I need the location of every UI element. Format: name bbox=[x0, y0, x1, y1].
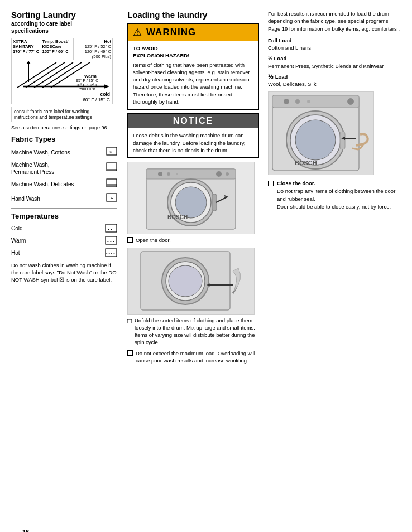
fabric-row-cottons: Machine Wash, Cottons ○ bbox=[11, 147, 117, 158]
warning-title-text: WARNING bbox=[146, 27, 196, 38]
see-also: See also temperatures settings on page 9… bbox=[11, 125, 117, 130]
xxtra-label: XXTRASANITARY170° F / 77° C bbox=[12, 38, 41, 60]
svg-text:95° F / 35° C: 95° F / 35° C bbox=[76, 79, 98, 83]
divider bbox=[11, 208, 117, 209]
svg-point-50 bbox=[347, 98, 354, 105]
svg-text:(500 Plus): (500 Plus) bbox=[79, 87, 95, 90]
max-load-text: Do not exceed the maximum load. Overload… bbox=[136, 350, 259, 365]
warning-content: TO AVOIDEXPLOSION HAZARD! Items of cloth… bbox=[128, 41, 258, 109]
close-door-section: Close the door. Do not trap any items of… bbox=[268, 180, 401, 211]
temp-chart-table: XXTRASANITARY170° F / 77° C Temp. Boost/… bbox=[12, 38, 112, 60]
fabric-row-permanent: Machine Wash,Permanent Press bbox=[11, 161, 117, 176]
notice-box: NOTICE Loose debris in the washing machi… bbox=[127, 113, 259, 158]
svg-rect-20 bbox=[107, 194, 117, 201]
close-door-text: Close the door. Do not trap any items of… bbox=[277, 180, 401, 211]
fabric-cottons-label: Machine Wash, Cottons bbox=[11, 149, 70, 156]
svg-text:• • •: • • • bbox=[107, 239, 114, 244]
svg-text:• •: • • bbox=[108, 226, 112, 231]
svg-line-0 bbox=[17, 62, 56, 88]
do-not-wash-text: Do not wash clothes in washing machine i… bbox=[11, 262, 117, 284]
consult-box: consult fabric care label for washing in… bbox=[11, 107, 117, 122]
svg-point-33 bbox=[226, 172, 229, 176]
svg-rect-54 bbox=[340, 132, 345, 149]
warning-box: ⚠ WARNING TO AVOIDEXPLOSION HAZARD! Item… bbox=[127, 23, 259, 110]
svg-rect-44 bbox=[127, 319, 132, 323]
svg-point-48 bbox=[295, 99, 300, 104]
svg-text:• • • •: • • • • bbox=[106, 252, 115, 255]
notice-content: Loose debris in the washing machine drum… bbox=[128, 128, 258, 157]
half-load-title: ½ Load bbox=[268, 55, 286, 61]
notice-header: NOTICE bbox=[128, 114, 258, 128]
warning-triangle-icon: ⚠ bbox=[133, 26, 142, 38]
temp-row-warm: Warm • • • bbox=[11, 236, 117, 246]
hot-symbol: • • • • bbox=[105, 248, 117, 258]
right-column: For best results it is recommended to lo… bbox=[264, 10, 401, 367]
svg-point-29 bbox=[158, 172, 162, 176]
hot-label-text: Hot bbox=[11, 250, 20, 256]
svg-point-36 bbox=[175, 187, 207, 218]
left-column: Sorting Laundry according to care labels… bbox=[11, 10, 123, 367]
bullet-unfold bbox=[127, 318, 132, 322]
step-open-door: Open the door. bbox=[127, 236, 259, 244]
close-door-text2: Door should be able to close easily, not… bbox=[277, 204, 391, 210]
hot-label: Hot125° F / 52° C120° F / 49° C(500 Plus… bbox=[73, 38, 112, 60]
fabric-permanent-label: Machine Wash,Permanent Press bbox=[11, 161, 54, 176]
svg-marker-8 bbox=[26, 61, 31, 64]
unfold-text: Unfold the sorted items of clothing and … bbox=[135, 317, 259, 346]
step-unfold: Unfold the sorted items of clothing and … bbox=[127, 317, 259, 346]
cottons-symbol: ○ bbox=[106, 147, 117, 158]
cold-label: cold60° F / 15° C bbox=[12, 90, 112, 104]
fabric-types-title: Fabric Types bbox=[11, 135, 117, 143]
temperatures-title: Temperatures bbox=[11, 212, 117, 220]
svg-marker-6 bbox=[104, 84, 109, 89]
fabric-handwash-label: Hand Wash bbox=[11, 195, 40, 202]
sorting-subtitle: according to care labelspecifications bbox=[11, 20, 117, 35]
loading-title: Loading the laundry bbox=[127, 10, 259, 20]
machine-image-2 bbox=[127, 248, 255, 315]
svg-point-49 bbox=[307, 100, 310, 103]
handwash-symbol bbox=[106, 193, 117, 205]
sorting-title: Sorting Laundry bbox=[11, 10, 117, 20]
svg-text:BOSCH: BOSCH bbox=[295, 159, 317, 166]
checkbox-close-door bbox=[268, 181, 274, 186]
step-max-load: Do not exceed the maximum load. Overload… bbox=[127, 350, 259, 365]
svg-point-47 bbox=[284, 99, 289, 104]
permanent-symbol bbox=[106, 162, 117, 174]
svg-text:○: ○ bbox=[109, 149, 112, 154]
svg-point-31 bbox=[176, 173, 178, 175]
svg-rect-37 bbox=[212, 194, 217, 211]
half-load-text: Permanent Press, Synthetic Blends and Kn… bbox=[268, 63, 384, 69]
fabric-row-handwash: Hand Wash bbox=[11, 193, 117, 205]
warm-label-text: Warm bbox=[11, 238, 26, 244]
third-load-section: ⅓ Load Wool, Delicates, Silk bbox=[268, 73, 401, 88]
close-door-bold: Close the door. bbox=[277, 180, 315, 186]
svg-point-42 bbox=[169, 265, 202, 297]
cold-label-text: Cold bbox=[11, 225, 23, 231]
warm-symbol: • • • bbox=[105, 236, 117, 246]
temp-row-cold: Cold • • bbox=[11, 224, 117, 234]
washer-svg-1: BOSCH bbox=[130, 163, 252, 233]
svg-text:BOSCH: BOSCH bbox=[167, 214, 188, 220]
full-load-text: Cotton and Linens bbox=[268, 45, 311, 51]
warning-body: Items of clothing that have been pretrea… bbox=[133, 61, 253, 106]
warning-heading: TO AVOIDEXPLOSION HAZARD! bbox=[133, 45, 253, 60]
svg-text:Warm: Warm bbox=[84, 74, 97, 79]
close-door-text1: Do not trap any items of clothing betwee… bbox=[277, 188, 395, 202]
svg-line-1 bbox=[26, 62, 65, 88]
cold-symbol: • • bbox=[105, 224, 117, 234]
intro-text: For best results it is recommended to lo… bbox=[268, 10, 401, 32]
full-load-section: Full Load Cotton and Linens bbox=[268, 37, 401, 52]
fabric-row-delicates: Machine Wash, Delicates bbox=[11, 178, 117, 190]
half-load-section: ½ Load Permanent Press, Synthetic Blends… bbox=[268, 55, 401, 70]
svg-text:90° F / 32° C: 90° F / 32° C bbox=[76, 83, 98, 87]
kidscare-label: Temp. Boost/KIDSCare150° F / 66° C bbox=[41, 38, 73, 60]
temp-chart-box: XXTRASANITARY170° F / 77° C Temp. Boost/… bbox=[11, 38, 113, 104]
machine-image-1: BOSCH bbox=[127, 162, 255, 234]
open-door-text: Open the door. bbox=[136, 236, 171, 244]
middle-column: Loading the laundry ⚠ WARNING TO AVOIDEX… bbox=[123, 10, 264, 367]
notice-title-text: NOTICE bbox=[173, 116, 213, 125]
warning-header: ⚠ WARNING bbox=[128, 24, 258, 41]
third-load-title: ⅓ Load bbox=[268, 74, 288, 80]
third-load-text: Wool, Delicates, Silk bbox=[268, 81, 316, 87]
temp-row-hot: Hot • • • • bbox=[11, 248, 117, 258]
